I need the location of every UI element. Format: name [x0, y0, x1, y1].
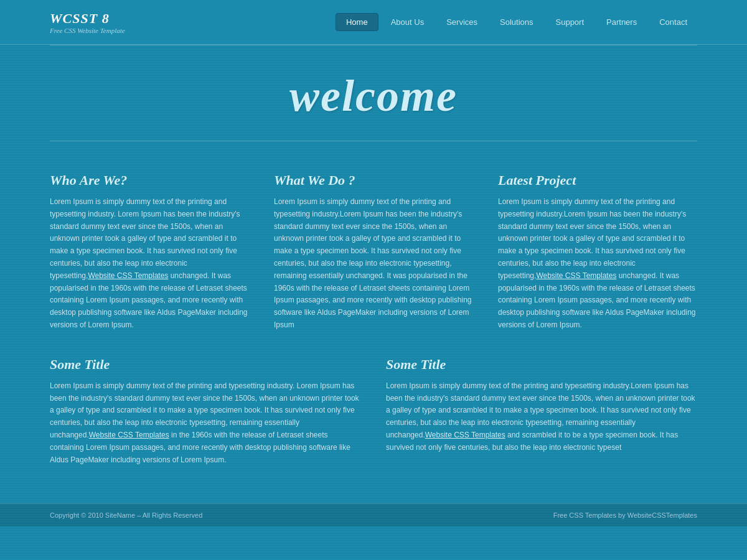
section-row2-0: Some TitleLorem Ipsum is simply dummy te…: [50, 357, 361, 467]
nav-item-home[interactable]: Home: [336, 13, 378, 31]
section-link[interactable]: Website CSS Templates: [89, 431, 169, 439]
logo-subtitle: Free CSS Website Template: [50, 27, 125, 34]
footer-copyright: Copyright © 2010 SiteName – All Rights R…: [50, 511, 202, 519]
section-row1-1: What We Do ?Lorem Ipsum is simply dummy …: [274, 172, 473, 332]
footer-credit: Free CSS Templates by WebsiteCSSTemplate…: [553, 511, 697, 519]
content-divider: [50, 141, 697, 141]
nav-item-partners[interactable]: Partners: [596, 14, 647, 30]
nav-item-support[interactable]: Support: [546, 14, 594, 30]
section-row1-0: Who Are We?Lorem Ipsum is simply dummy t…: [50, 172, 249, 332]
nav-item-services[interactable]: Services: [436, 14, 487, 30]
nav-item-solutions[interactable]: Solutions: [490, 14, 543, 30]
section-link[interactable]: Website CSS Templates: [536, 271, 616, 280]
header: WCSST 8 Free CSS Website Template HomeAb…: [0, 0, 747, 45]
section-title: What We Do ?: [274, 172, 473, 189]
section-link[interactable]: Website CSS Templates: [425, 431, 505, 439]
three-col-row: Who Are We?Lorem Ipsum is simply dummy t…: [50, 172, 697, 332]
section-body: Lorem Ipsum is simply dummy text of the …: [386, 380, 697, 454]
welcome-section: welcome: [0, 45, 747, 141]
logo-area: WCSST 8 Free CSS Website Template: [50, 11, 125, 34]
section-title: Some Title: [386, 357, 697, 373]
nav-item-contact[interactable]: Contact: [649, 14, 697, 30]
section-row2-1: Some TitleLorem Ipsum is simply dummy te…: [386, 357, 697, 467]
section-link[interactable]: Website CSS Templates: [88, 271, 168, 280]
welcome-heading: welcome: [0, 70, 747, 122]
section-body: Lorem Ipsum is simply dummy text of the …: [50, 380, 361, 467]
logo-title: WCSST 8: [50, 11, 125, 27]
section-body: Lorem Ipsum is simply dummy text of the …: [274, 196, 473, 332]
section-body: Lorem Ipsum is simply dummy text of the …: [498, 196, 697, 332]
section-title: Some Title: [50, 357, 361, 373]
content-area: Who Are We?Lorem Ipsum is simply dummy t…: [0, 160, 747, 491]
section-body: Lorem Ipsum is simply dummy text of the …: [50, 196, 249, 332]
section-row1-2: Latest ProjectLorem Ipsum is simply dumm…: [498, 172, 697, 332]
nav-item-about-us[interactable]: About Us: [381, 14, 434, 30]
footer: Copyright © 2010 SiteName – All Rights R…: [0, 503, 747, 526]
section-title: Latest Project: [498, 172, 697, 189]
section-title: Who Are We?: [50, 172, 249, 189]
main-nav: HomeAbout UsServicesSolutionsSupportPart…: [336, 13, 697, 31]
two-col-row: Some TitleLorem Ipsum is simply dummy te…: [50, 357, 697, 467]
